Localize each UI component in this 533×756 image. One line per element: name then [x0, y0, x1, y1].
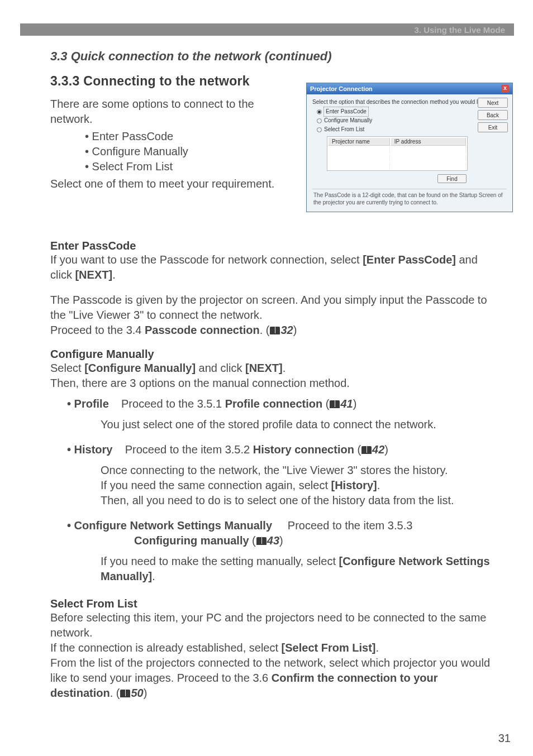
enter-passcode-p1: If you want to use the Passcode for netw…	[50, 252, 496, 283]
configure-manually-l2: Then, there are 3 options on the manual …	[50, 376, 496, 391]
enter-passcode-heading: Enter PassCode	[50, 240, 496, 252]
configure-manually-heading: Configure Manually	[50, 348, 496, 361]
book-icon	[361, 446, 372, 454]
bullet-item: • Select From List	[85, 159, 496, 174]
select-from-list-heading: Select From List	[50, 597, 496, 610]
cfg-net-line1: • Configure Network Settings Manually Pr…	[67, 518, 496, 533]
enter-passcode-p3: Proceed to the 3.4 Passcode connection. …	[50, 323, 496, 338]
intro-bullets: • Enter PassCode • Configure Manually • …	[85, 129, 496, 174]
page-content: 3.3 Quick connection to the network (con…	[50, 49, 496, 701]
cfg-net-line2: Configuring manually (43)	[134, 533, 496, 548]
history-desc1: Once connecting to the network, the "Liv…	[101, 463, 496, 478]
sfl-p3: From the list of the projectors connecte…	[50, 655, 496, 701]
book-icon	[256, 537, 266, 545]
history-desc2: If you need the same connection again, s…	[101, 478, 496, 493]
profile-desc: You just select one of the stored profil…	[101, 417, 496, 432]
cfg-net-desc: If you need to make the setting manually…	[101, 554, 496, 584]
book-icon	[120, 690, 130, 697]
configure-manually-l1: Select [Configure Manually] and click [N…	[50, 361, 496, 376]
history-line: • History Proceed to the item 3.5.2 Hist…	[67, 442, 496, 457]
intro-text: There are some options to connect to the…	[50, 97, 291, 127]
book-icon	[330, 400, 340, 408]
profile-line: • Profile Proceed to the 3.5.1 Profile c…	[67, 396, 496, 412]
close-icon[interactable]: x	[501, 85, 509, 93]
book-icon	[270, 327, 280, 334]
enter-passcode-p2: The Passcode is given by the projector o…	[50, 293, 496, 323]
history-desc3: Then, all you need to do is to select on…	[101, 493, 496, 508]
sfl-p2: If the connection is already established…	[50, 640, 496, 655]
chapter-header-label: 3. Using the Live Mode	[414, 25, 505, 35]
intro-closing: Select one of them to meet your requirem…	[50, 176, 296, 192]
subsection-title: 3.3.3 Connecting to the network	[50, 74, 496, 89]
chapter-header-bar: 3. Using the Live Mode	[20, 23, 514, 36]
sfl-p1: Before selecting this item, your PC and …	[50, 610, 496, 640]
section-title: 3.3 Quick connection to the network (con…	[50, 49, 496, 64]
bullet-item: • Configure Manually	[85, 144, 496, 159]
page-number: 31	[498, 732, 511, 745]
bullet-item: • Enter PassCode	[85, 129, 496, 144]
